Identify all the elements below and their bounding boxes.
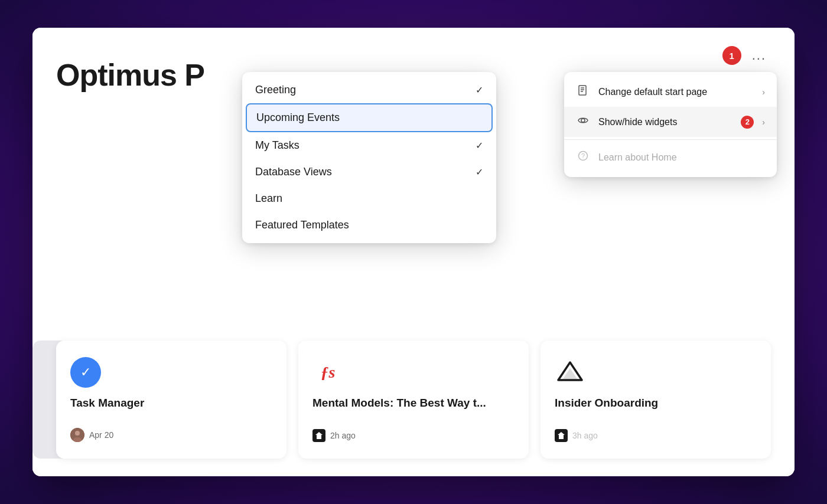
mental-models-meta: 2h ago [312, 429, 515, 442]
svg-point-2 [73, 437, 82, 442]
right-dropdown-menu: Change default start page › Show/hide wi… [564, 72, 777, 177]
menu-item-featured-templates[interactable]: Featured Templates [242, 212, 496, 238]
insider-onboarding-card[interactable]: Insider Onboarding 3h ago [541, 341, 771, 459]
show-hide-widgets-label: Show/hide widgets [598, 117, 732, 127]
show-hide-widgets-chevron: › [762, 117, 765, 127]
insider-onboarding-date: 3h ago [572, 431, 598, 440]
task-manager-card[interactable]: ✓ Task Manager Apr 20 [56, 341, 286, 459]
left-dropdown-menu: Greeting ✓ Upcoming Events My Tasks ✓ Da… [242, 72, 496, 243]
insider-onboarding-icon [555, 357, 585, 388]
app-window: 1 ... Optimus P ✓ Task Manager [32, 28, 795, 476]
svg-rect-5 [579, 86, 586, 95]
my-tasks-checkmark: ✓ [476, 140, 483, 151]
menu-item-database-views-label: Database Views [255, 166, 332, 178]
menu-item-my-tasks[interactable]: My Tasks ✓ [242, 132, 496, 159]
insider-onboarding-title: Insider Onboarding [555, 396, 757, 411]
widgets-badge: 2 [741, 116, 754, 129]
mental-models-card[interactable]: ƒs Mental Models: The Best Way t... 2h a… [298, 341, 529, 459]
menu-item-my-tasks-label: My Tasks [255, 139, 299, 152]
change-start-page-label: Change default start page [598, 87, 754, 97]
question-icon: ? [576, 150, 590, 164]
eye-icon [576, 115, 590, 129]
app-icon-insider [555, 429, 568, 442]
mental-models-icon: ƒs [312, 357, 343, 388]
menu-item-greeting[interactable]: Greeting ✓ [242, 77, 496, 103]
svg-point-1 [75, 431, 80, 436]
database-views-checkmark: ✓ [476, 166, 483, 178]
svg-point-9 [581, 119, 585, 122]
task-manager-meta: Apr 20 [70, 428, 272, 442]
task-manager-date: Apr 20 [89, 430, 113, 440]
insider-onboarding-meta: 3h ago [555, 429, 757, 442]
menu-item-upcoming-events-label: Upcoming Events [256, 112, 340, 124]
greeting-checkmark: ✓ [476, 84, 483, 96]
page-icon [576, 85, 590, 99]
change-start-page-chevron: › [762, 87, 765, 97]
notification-badge: 1 [722, 46, 741, 65]
learn-about-home-item[interactable]: ? Learn about Home [564, 142, 777, 172]
menu-item-learn[interactable]: Learn [242, 185, 496, 212]
menu-item-database-views[interactable]: Database Views ✓ [242, 159, 496, 185]
mental-models-date: 2h ago [330, 431, 356, 440]
avatar [70, 428, 84, 442]
mental-models-title: Mental Models: The Best Way t... [312, 396, 515, 411]
learn-about-home-label: Learn about Home [598, 152, 765, 163]
menu-divider [564, 139, 777, 140]
cards-area: ✓ Task Manager Apr 20 ƒs [56, 341, 771, 459]
more-options-button[interactable]: ... [747, 45, 771, 66]
app-icon-mental [312, 429, 325, 442]
main-content: 1 ... Optimus P ✓ Task Manager [32, 28, 795, 476]
task-manager-title: Task Manager [70, 396, 272, 411]
menu-item-upcoming-events[interactable]: Upcoming Events [246, 103, 493, 132]
menu-item-learn-label: Learn [255, 192, 282, 205]
top-right-area: 1 ... [722, 45, 771, 66]
menu-item-greeting-label: Greeting [255, 84, 296, 96]
task-manager-icon: ✓ [70, 357, 101, 388]
show-hide-widgets-item[interactable]: Show/hide widgets 2 › [564, 107, 777, 137]
change-start-page-item[interactable]: Change default start page › [564, 77, 777, 107]
svg-text:?: ? [581, 152, 585, 159]
menu-item-featured-templates-label: Featured Templates [255, 219, 349, 231]
